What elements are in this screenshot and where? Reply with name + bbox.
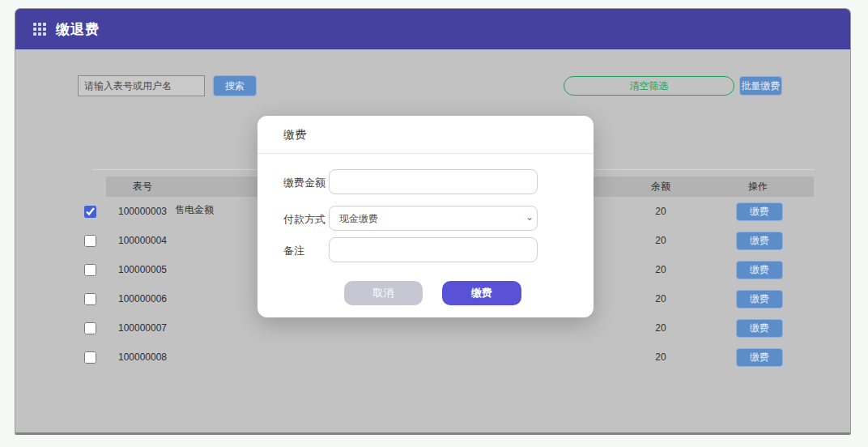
meter-number-cell: 100000007 bbox=[106, 322, 179, 334]
remark-label: 备注 bbox=[283, 244, 304, 258]
batch-pay-button[interactable]: 批量缴费 bbox=[739, 76, 782, 96]
row-pay-button[interactable]: 缴费 bbox=[736, 232, 783, 250]
confirm-pay-button[interactable]: 缴费 bbox=[442, 281, 521, 305]
meter-number-cell: 100000003 bbox=[106, 206, 179, 217]
meter-number-cell: 100000008 bbox=[106, 351, 179, 363]
table-row: 100000008 20 缴费 bbox=[15, 343, 850, 372]
row-select-checkbox[interactable] bbox=[84, 264, 96, 276]
balance-cell: 20 bbox=[628, 264, 693, 275]
row-select-checkbox[interactable] bbox=[84, 351, 96, 364]
apps-grid-icon bbox=[33, 23, 46, 36]
column-header-balance: 余额 bbox=[628, 177, 693, 197]
balance-cell: 20 bbox=[628, 351, 693, 363]
payment-method-select[interactable]: 现金缴费 bbox=[329, 206, 538, 231]
row-pay-button[interactable]: 缴费 bbox=[736, 319, 783, 338]
row-select-checkbox[interactable] bbox=[84, 322, 96, 334]
payment-modal: 缴费 缴费金额 付款方式 现金缴费 ⌄ 备注 取消 缴费 bbox=[257, 116, 594, 317]
page-title: 缴退费 bbox=[56, 20, 100, 39]
row-pay-button[interactable]: 缴费 bbox=[736, 261, 783, 279]
title-bar: 缴退费 bbox=[15, 9, 850, 49]
meter-number-cell: 100000004 bbox=[106, 235, 179, 246]
remark-input[interactable] bbox=[329, 237, 538, 262]
modal-divider bbox=[257, 153, 594, 154]
balance-cell: 20 bbox=[628, 206, 693, 217]
row-select-checkbox[interactable] bbox=[84, 206, 96, 218]
row-pay-button[interactable]: 缴费 bbox=[736, 290, 783, 309]
payment-method-label: 付款方式 bbox=[283, 212, 326, 227]
cancel-button[interactable]: 取消 bbox=[344, 281, 423, 305]
clear-filter-button[interactable]: 清空筛选 bbox=[564, 76, 734, 96]
row-pay-button[interactable]: 缴费 bbox=[736, 348, 783, 367]
row-pay-button[interactable]: 缴费 bbox=[736, 202, 783, 221]
modal-title: 缴费 bbox=[257, 116, 594, 153]
search-button[interactable]: 搜索 bbox=[213, 75, 257, 96]
balance-cell: 20 bbox=[628, 293, 693, 304]
column-header-action: 操作 bbox=[725, 177, 790, 197]
row-select-checkbox[interactable] bbox=[84, 235, 96, 247]
meter-number-cell: 100000005 bbox=[106, 264, 179, 275]
balance-cell: 20 bbox=[628, 235, 693, 246]
row-select-checkbox[interactable] bbox=[84, 293, 96, 305]
amount-label: 缴费金额 bbox=[283, 176, 326, 190]
column-header-meter-no: 表号 bbox=[106, 177, 179, 197]
table-row: 100000007 20 缴费 bbox=[15, 314, 850, 343]
balance-cell: 20 bbox=[628, 322, 693, 334]
search-input[interactable] bbox=[78, 75, 205, 96]
meter-number-cell: 100000006 bbox=[106, 293, 179, 304]
amount-input[interactable] bbox=[329, 169, 538, 194]
note-cell: 售电金额 bbox=[175, 203, 214, 217]
